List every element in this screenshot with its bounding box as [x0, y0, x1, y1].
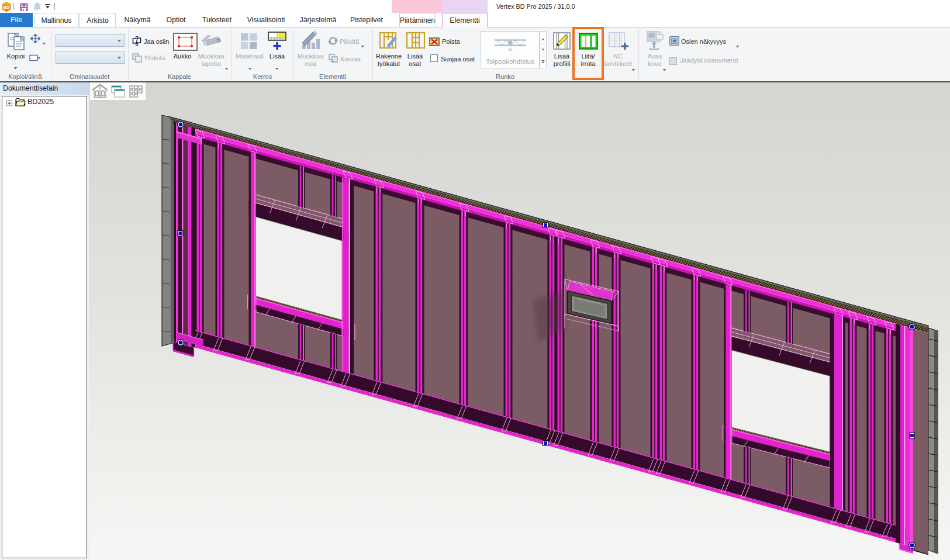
svg-text:25: 25: [216, 39, 220, 42]
svg-text:BD: BD: [4, 5, 10, 10]
